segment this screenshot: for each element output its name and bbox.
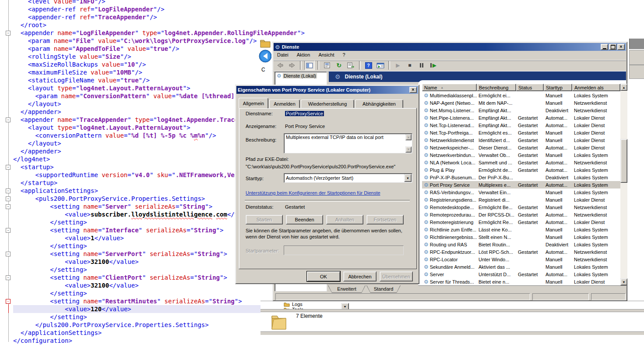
- fold-marker-icon[interactable]: -: [6, 252, 11, 256]
- service-row[interactable]: ⚙Richtlinienergebniss...Stellt einen N..…: [422, 233, 620, 241]
- code-line[interactable]: <applicationSettings>: [13, 187, 260, 195]
- services-scrollbar[interactable]: ▲ ▼: [620, 84, 627, 285]
- code-line[interactable]: <appender-ref ref="LogFileAppender"/>: [13, 5, 260, 13]
- code-line[interactable]: <puls200.PortProxyService.Properties.Set…: [13, 195, 260, 203]
- column-header-anmelden[interactable]: Anmelden als: [572, 84, 620, 91]
- tab-erweitert[interactable]: Erweitert: [328, 285, 366, 293]
- service-row[interactable]: ⚙PnP-X-IP-Busenum...Der PnP-X-Bu...Deakt…: [422, 174, 620, 181]
- tab-abhaengigkeiten[interactable]: Abhängigkeiten: [355, 100, 403, 108]
- startoptions-help-link[interactable]: Unterstützung beim Konfigurieren der Sta…: [246, 190, 380, 196]
- menu-item-aktion[interactable]: Aktion: [293, 51, 314, 59]
- service-row[interactable]: ⚙RPC-LocatorUnter Windo...ManuellNetzwer…: [422, 256, 620, 263]
- fold-marker-icon[interactable]: -: [6, 196, 11, 201]
- fold-marker-icon[interactable]: -: [6, 31, 11, 36]
- column-header-status[interactable]: Status: [516, 84, 544, 91]
- explorer-tree-row[interactable]: Logs: [284, 302, 303, 307]
- ok-button[interactable]: OK: [307, 271, 340, 281]
- code-line[interactable]: </setting>: [13, 266, 260, 274]
- code-line[interactable]: <maxSizeRollBackups value="10"/>: [13, 60, 260, 68]
- service-row[interactable]: ⚙NetzwerklistendienstIdentifiziert d...G…: [422, 136, 620, 144]
- code-line[interactable]: </log4net>: [13, 155, 260, 163]
- code-line[interactable]: <setting name="ClientPort" serializeAs="…: [13, 274, 260, 281]
- menu-item-datei[interactable]: Datei: [274, 51, 292, 59]
- service-row[interactable]: ⚙Multimediaklassenpl...Ermöglicht ei...M…: [422, 92, 620, 99]
- beschreibung-field[interactable]: Multiplexes external TCP/IP data on loca…: [284, 133, 412, 153]
- column-header-name[interactable]: Name▲: [422, 84, 477, 91]
- service-row[interactable]: ⚙Routing und RASBietet Routin...Deaktivi…: [422, 241, 620, 248]
- fold-marker-icon[interactable]: -: [6, 204, 11, 209]
- fold-marker-icon[interactable]: -: [6, 228, 11, 233]
- code-line[interactable]: <setting name="Interface" serializeAs="S…: [13, 226, 260, 234]
- forward-button[interactable]: [287, 60, 297, 70]
- code-line[interactable]: </puls200.PortProxyService.Properties.Se…: [13, 321, 260, 329]
- code-line[interactable]: <appender name="LogFileAppender" type="l…: [13, 29, 260, 37]
- services-window-titlebar[interactable]: ⚙ Dienste ×: [274, 43, 626, 51]
- menu-item-hilfe[interactable]: ?: [339, 51, 349, 59]
- starttyp-combobox[interactable]: Automatisch (Verzögerter Start) ▼: [284, 173, 412, 183]
- scrollbar-thumb[interactable]: [620, 139, 627, 183]
- code-line[interactable]: <rollingStyle value="Size"/>: [13, 53, 260, 60]
- explorer-back-icon[interactable]: [258, 49, 271, 63]
- service-row[interactable]: ⚙Plug & PlayErmöglicht de...GestartetAut…: [422, 166, 620, 174]
- service-row[interactable]: ⚙RPC-Endpunktzuor...Löst RPC-Sch...Gesta…: [422, 248, 620, 256]
- code-line[interactable]: </setting>: [13, 289, 260, 297]
- tab-wiederherstellung[interactable]: Wiederherstellung: [301, 100, 354, 108]
- pause-service-button[interactable]: [416, 60, 427, 70]
- code-line[interactable]: </layout>: [13, 100, 260, 108]
- code-line[interactable]: <appender-ref ref="TraceAppender"/>: [13, 13, 260, 21]
- service-row[interactable]: ⚙Netzwerkspeicher-...Dieser Dienst...Ges…: [422, 144, 620, 151]
- service-row[interactable]: ⚙Remotedesktopdie...Ermöglicht Be...Gest…: [422, 203, 620, 211]
- code-line[interactable]: <startup>: [13, 163, 260, 171]
- dienstname-value[interactable]: PortProxyService: [285, 111, 324, 116]
- code-line[interactable]: <param name="File" value="C:\work\logs\P…: [13, 37, 260, 45]
- code-line[interactable]: <setting name="RestartMinutes" serialize…: [13, 297, 260, 305]
- service-row[interactable]: ⚙Port Proxy ServiceMultiplexes e...Gesta…: [422, 181, 620, 189]
- service-row[interactable]: ⚙Net.Msmq-Listener...Empfängt Akt...Deak…: [422, 107, 620, 114]
- code-line[interactable]: <value>32100</value>: [13, 258, 260, 266]
- code-line[interactable]: <value>1</value>: [13, 234, 260, 242]
- uebernehmen-button[interactable]: Übernehmen: [380, 271, 413, 281]
- beschreibung-scroll-up[interactable]: ▲: [405, 134, 412, 140]
- code-line[interactable]: <supportedRuntime version="v4.0" sku=".N…: [13, 171, 260, 179]
- menu-item-ansicht[interactable]: Ansicht: [315, 51, 338, 59]
- restart-service-button[interactable]: ▶: [428, 60, 439, 70]
- code-line[interactable]: </configuration>: [13, 337, 260, 345]
- service-row[interactable]: ⚙NAP-Agent (Netwo...Mit dem NAP-...Manue…: [422, 99, 620, 107]
- show-console-tree-button[interactable]: [304, 60, 315, 70]
- tab-allgemein[interactable]: Allgemein: [239, 98, 268, 108]
- fold-marker-icon[interactable]: -: [6, 189, 11, 193]
- tab-anmelden[interactable]: Anmelden: [269, 100, 300, 108]
- service-row[interactable]: ⚙RAS-Verbindungsv...Verwaltet Ein...Manu…: [422, 189, 620, 196]
- code-line[interactable]: </startup>: [13, 179, 260, 187]
- code-line[interactable]: <setting name="ServerPort" serializeAs="…: [13, 250, 260, 258]
- code-line[interactable]: <value>subscriber.lloydslistintelligence…: [13, 210, 260, 218]
- close-button[interactable]: ×: [617, 44, 625, 50]
- scroll-down-button[interactable]: ▼: [620, 278, 627, 285]
- beschreibung-scroll-down[interactable]: ▼: [405, 146, 412, 153]
- code-line[interactable]: </setting>: [13, 218, 260, 226]
- code-line[interactable]: </setting>: [13, 313, 260, 321]
- minimize-button[interactable]: [601, 44, 608, 50]
- code-line[interactable]: <setting name="Server" serializeAs="Stri…: [13, 203, 260, 210]
- code-line[interactable]: </root>: [13, 21, 260, 29]
- code-line[interactable]: <value>32100</value>: [13, 281, 260, 289]
- service-row[interactable]: ⚙RemoteregistrierungErmöglicht Re...Gest…: [422, 218, 620, 226]
- dialog-titlebar[interactable]: Eigenschaften von Port Proxy Service (Lo…: [236, 86, 418, 94]
- maximize-button[interactable]: [609, 44, 616, 50]
- service-row[interactable]: ⚙ServerUnterstützt D...GestartetAutomat.…: [422, 270, 620, 278]
- code-line[interactable]: <appender name="TraceAppender" type="log…: [13, 116, 260, 124]
- fold-marker-changed-icon[interactable]: -: [6, 299, 11, 304]
- fold-marker-icon[interactable]: -: [6, 165, 11, 170]
- service-row[interactable]: ⚙Netzwerkverbindun...Verwaltet Ob...Gest…: [422, 151, 620, 159]
- code-line[interactable]: </applicationSettings>: [13, 329, 260, 337]
- code-line[interactable]: <value>120</value>: [13, 305, 260, 313]
- extended-view-button[interactable]: [375, 60, 386, 70]
- code-line[interactable]: </appender>: [13, 147, 260, 155]
- back-button[interactable]: [275, 60, 285, 70]
- refresh-button[interactable]: ↻: [334, 60, 344, 70]
- code-line[interactable]: <layout type="log4net.Layout.PatternLayo…: [13, 84, 260, 92]
- service-row[interactable]: ⚙Sekundäre Anmeld...Aktiviert das ...Man…: [422, 263, 620, 270]
- service-row[interactable]: ⚙Richtlinie zum Entfe...Lässt eine Ko...…: [422, 226, 620, 233]
- column-header-beschreibung[interactable]: Beschreibung: [477, 84, 516, 91]
- code-line[interactable]: </setting>: [13, 242, 260, 250]
